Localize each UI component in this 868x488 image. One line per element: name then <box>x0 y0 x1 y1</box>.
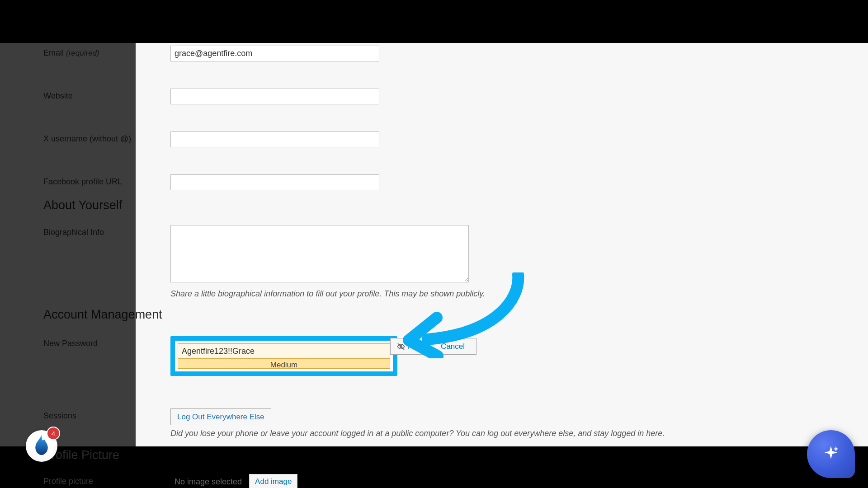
row-facebook: Facebook profile URL <box>43 174 868 190</box>
label-x-username: X username (without @) <box>43 131 170 144</box>
eye-slash-icon <box>397 343 405 351</box>
label-sessions: Sessions <box>43 408 170 421</box>
bio-textarea[interactable] <box>170 225 469 282</box>
row-bio: Biographical Info Share a little biograp… <box>43 225 868 299</box>
label-email-text: Email <box>43 48 64 57</box>
bio-hint: Share a little biographical information … <box>170 289 485 299</box>
email-field[interactable] <box>170 46 379 61</box>
heading-profile-picture: Profile Picture <box>43 448 868 462</box>
password-strength: Medium <box>178 359 390 369</box>
label-new-password: New Password <box>43 336 170 348</box>
row-email: Email (required) <box>43 43 868 61</box>
no-image-text: No image selected <box>175 477 242 487</box>
notifications-badge: 4 <box>47 427 59 439</box>
heading-account-management: Account Management <box>43 308 868 322</box>
label-website: Website <box>43 89 170 101</box>
sparkle-icon <box>822 445 840 464</box>
sessions-hint: Did you lose your phone or leave your ac… <box>170 429 665 438</box>
logout-everywhere-label: Log Out Everywhere Else <box>177 413 264 422</box>
row-x-username: X username (without @) <box>43 131 868 147</box>
cancel-password-label: Cancel <box>441 342 465 351</box>
label-profile-picture: Profile picture <box>43 474 175 486</box>
notifications-widget[interactable]: 4 <box>26 430 57 462</box>
chat-widget[interactable] <box>807 430 855 478</box>
row-profile-picture: Profile picture No image selected Add im… <box>43 474 868 488</box>
add-image-label: Add image <box>255 477 292 486</box>
content: Email (required) Website X username (wit… <box>0 43 868 488</box>
row-sessions: Sessions Log Out Everywhere Else Did you… <box>43 408 868 438</box>
facebook-field[interactable] <box>170 174 379 190</box>
row-website: Website <box>43 89 868 104</box>
heading-about-yourself: About Yourself <box>43 198 868 212</box>
password-highlight-box: Medium <box>170 336 397 376</box>
label-email-required: (required) <box>66 49 99 57</box>
website-field[interactable] <box>170 89 379 104</box>
logout-everywhere-button[interactable]: Log Out Everywhere Else <box>170 408 271 425</box>
new-password-field[interactable] <box>178 343 390 359</box>
x-username-field[interactable] <box>170 131 379 147</box>
flame-icon <box>34 435 49 457</box>
add-image-button[interactable]: Add image <box>249 474 297 488</box>
hide-password-button[interactable]: Hide <box>390 338 430 355</box>
label-facebook: Facebook profile URL <box>43 174 170 187</box>
label-bio: Biographical Info <box>43 225 170 237</box>
label-email: Email (required) <box>43 46 170 58</box>
cancel-password-button[interactable]: Cancel <box>429 338 476 355</box>
hide-password-label: Hide <box>408 342 424 351</box>
settings-page: Email (required) Website X username (wit… <box>0 43 868 446</box>
row-new-password: New Password Medium Hide <box>43 336 868 376</box>
